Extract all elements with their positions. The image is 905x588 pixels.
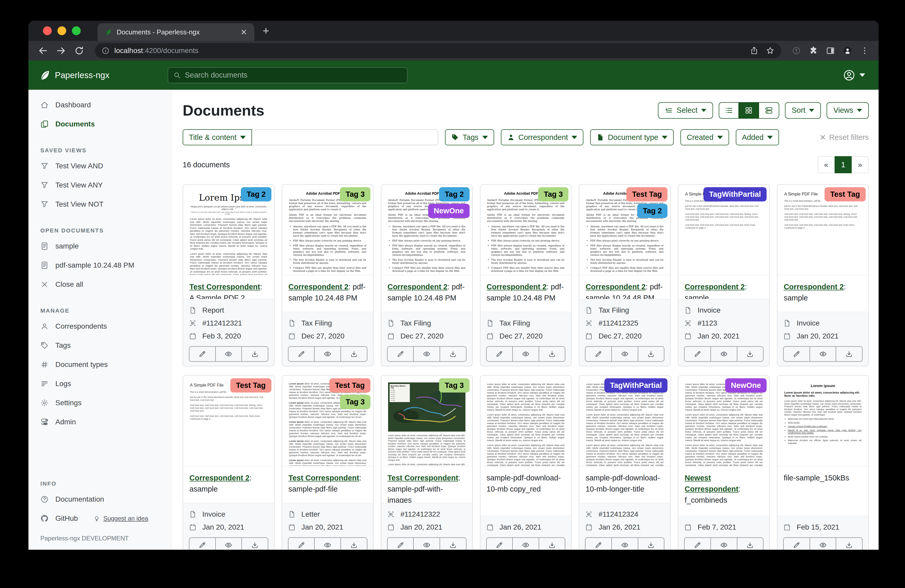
- extensions-puzzle-icon[interactable]: [809, 46, 818, 55]
- correspondent-filter-button[interactable]: Correspondent: [501, 129, 584, 145]
- edit-button[interactable]: [487, 347, 513, 361]
- edit-button[interactable]: [387, 347, 413, 361]
- user-menu[interactable]: [843, 69, 868, 81]
- sidebar-item-pdf-sample-10-24-48-pm[interactable]: pdf-sample 10.24.48 PM: [29, 256, 171, 275]
- download-button[interactable]: [836, 347, 862, 361]
- edit-button[interactable]: [684, 538, 710, 550]
- download-button[interactable]: [340, 347, 367, 361]
- sidebar-item-document-types[interactable]: Document types: [29, 355, 171, 374]
- view-button[interactable]: [215, 347, 241, 361]
- view-button[interactable]: [810, 347, 836, 361]
- document-thumbnail[interactable]: Lorem ipsumLorem ipsum dolor sit amet, c…: [778, 376, 868, 466]
- document-title[interactable]: sample-pdf-download-10-mb copy_red: [487, 474, 561, 493]
- download-button[interactable]: [440, 347, 466, 361]
- share-icon[interactable]: [750, 46, 759, 55]
- document-thumbnail[interactable]: Adobe Acrobat PDF FilesAdobe® Portable D…: [282, 185, 373, 275]
- grid-view-button[interactable]: [739, 102, 759, 119]
- close-window-button[interactable]: [43, 26, 52, 35]
- correspondent-link[interactable]: Correspondent 2: [289, 283, 348, 291]
- sidebar-item-test-view-and[interactable]: Test View AND: [29, 157, 171, 176]
- bookmark-star-icon[interactable]: [766, 46, 775, 55]
- tab-close-icon[interactable]: ✕: [241, 28, 247, 37]
- document-thumbnail[interactable]: A Simple PDF FileThis is a small demonst…: [678, 185, 769, 275]
- correspondent-link[interactable]: Correspondent 2: [586, 283, 646, 291]
- sort-button[interactable]: Sort: [785, 102, 821, 119]
- browser-tab[interactable]: Documents - Paperless-ngx ✕: [98, 23, 254, 41]
- tag-badge[interactable]: Test Tag: [230, 378, 272, 393]
- tag-badge[interactable]: Test Tag: [824, 187, 866, 201]
- correspondent-link[interactable]: Test Correspondent: [387, 474, 458, 482]
- maximize-window-button[interactable]: [72, 26, 81, 35]
- edit-button[interactable]: [586, 538, 611, 550]
- edit-button[interactable]: [289, 347, 314, 361]
- edit-button[interactable]: [487, 538, 513, 550]
- pagination-prev[interactable]: «: [818, 156, 835, 173]
- sidebar-item-github[interactable]: GitHubSuggest an idea: [29, 509, 171, 528]
- sidebar-item-documents[interactable]: Documents: [29, 114, 171, 134]
- select-button[interactable]: Select: [658, 102, 713, 119]
- edit-button[interactable]: [289, 538, 314, 550]
- tag-badge[interactable]: Test Tag: [626, 187, 667, 201]
- sidebar-item-test-view-not[interactable]: Test View NOT: [29, 195, 171, 214]
- view-button[interactable]: [512, 538, 539, 550]
- filter-query-input[interactable]: [252, 129, 438, 145]
- edit-button[interactable]: [387, 538, 413, 550]
- edit-button[interactable]: [784, 347, 810, 361]
- document-thumbnail[interactable]: Lorem Ipsum“Neque porro quisquam est qui…: [183, 185, 274, 275]
- edit-button[interactable]: [586, 347, 611, 361]
- download-button[interactable]: [539, 347, 565, 361]
- browser-menu-kebab-icon[interactable]: [860, 46, 869, 55]
- edit-button[interactable]: [784, 538, 810, 550]
- tag-badge[interactable]: Tag 2: [637, 204, 668, 218]
- sidebar-item-correspondents[interactable]: Correspondents: [29, 317, 171, 336]
- browser-profile-avatar[interactable]: [843, 46, 852, 55]
- tag-badge[interactable]: Tag 2: [439, 187, 470, 201]
- document-title[interactable]: file-sample_150kBs: [784, 474, 849, 482]
- tag-badge[interactable]: Tag 2: [241, 187, 272, 201]
- document-type-filter-button[interactable]: Document type: [590, 129, 674, 145]
- view-button[interactable]: [413, 538, 440, 550]
- download-button[interactable]: [440, 538, 466, 550]
- edit-button[interactable]: [189, 347, 215, 361]
- document-thumbnail[interactable]: Adobe Acrobat PDF FilesAdobe® Portable D…: [480, 185, 571, 275]
- reset-filters-button[interactable]: ✕ Reset filters: [819, 133, 869, 142]
- download-button[interactable]: [638, 538, 664, 550]
- document-thumbnail[interactable]: Lorem ipsum dolor sit amet, consectetur …: [480, 376, 571, 466]
- site-info-icon[interactable]: [102, 46, 110, 55]
- sidebar-item-sample[interactable]: sample: [29, 236, 171, 256]
- tag-badge[interactable]: Tag 3: [439, 378, 470, 393]
- download-button[interactable]: [737, 538, 763, 550]
- sidebar-item-dashboard[interactable]: Dashboard: [29, 95, 171, 114]
- extension-badge-icon[interactable]: [792, 46, 801, 55]
- view-button[interactable]: [611, 538, 638, 550]
- view-button[interactable]: [710, 538, 737, 550]
- correspondent-link[interactable]: Test Correspondent: [289, 474, 359, 482]
- app-brand[interactable]: Paperless-ngx: [39, 69, 110, 81]
- document-thumbnail[interactable]: Lorem ipsum dolor sit amet, consectetur …: [579, 376, 670, 466]
- tag-badge[interactable]: Tag 3: [340, 187, 370, 201]
- tag-badge[interactable]: Tag 3: [340, 395, 370, 409]
- new-tab-button[interactable]: +: [263, 24, 269, 37]
- correspondent-link[interactable]: Correspondent 2: [784, 283, 844, 291]
- download-button[interactable]: [340, 538, 367, 550]
- suggest-an-idea-link[interactable]: Suggest an idea: [94, 515, 148, 522]
- created-filter-button[interactable]: Created: [680, 129, 729, 145]
- pagination-next[interactable]: »: [852, 156, 869, 173]
- download-button[interactable]: [241, 347, 268, 361]
- tag-badge[interactable]: NewOne: [428, 204, 470, 218]
- document-title[interactable]: sample-pdf-download-10-mb-longer-title: [586, 474, 660, 493]
- view-button[interactable]: [710, 347, 737, 361]
- document-thumbnail[interactable]: Boundary Waters Trip▲ Day▲ Day▲ Day▲ Day…: [381, 376, 472, 466]
- view-button[interactable]: [215, 538, 241, 550]
- download-button[interactable]: [638, 347, 664, 361]
- document-thumbnail[interactable]: Lorem Ipsum dolor sit amet, consectetur …: [282, 376, 373, 466]
- tag-badge[interactable]: Test Tag: [329, 378, 370, 393]
- list-view-button[interactable]: [719, 102, 739, 119]
- edit-button[interactable]: [684, 347, 710, 361]
- sidebar-item-admin[interactable]: Admin: [29, 412, 171, 431]
- download-button[interactable]: [539, 538, 565, 550]
- correspondent-link[interactable]: Correspondent 2: [684, 283, 745, 291]
- correspondent-link[interactable]: Correspondent 2: [189, 474, 249, 482]
- download-button[interactable]: [241, 538, 268, 550]
- side-panel-icon[interactable]: [826, 46, 835, 55]
